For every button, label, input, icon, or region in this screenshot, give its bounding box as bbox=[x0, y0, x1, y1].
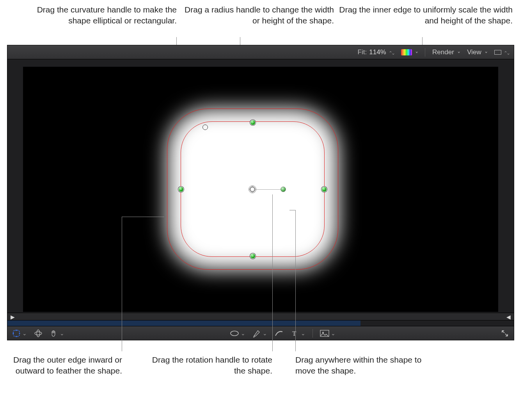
toolbar-divider bbox=[312, 329, 313, 338]
lead-rotation-v bbox=[272, 194, 273, 351]
curvature-handle[interactable] bbox=[202, 125, 208, 130]
chevron-down-icon bbox=[261, 330, 267, 337]
radius-handle-left[interactable] bbox=[178, 187, 184, 192]
chevron-down-icon bbox=[239, 330, 245, 337]
callout-move: Drag anywhere within the shape to move t… bbox=[295, 354, 422, 376]
chevron-down-icon bbox=[58, 330, 64, 337]
lead-move-v bbox=[295, 210, 296, 351]
pan-tool[interactable] bbox=[50, 329, 64, 338]
stepper-icon bbox=[389, 48, 394, 56]
playhead-in-marker[interactable]: ▶ bbox=[11, 314, 15, 320]
center-handle[interactable] bbox=[249, 185, 256, 193]
callout-radius: Drag a radius handle to change the width… bbox=[184, 4, 334, 26]
svg-point-3 bbox=[16, 329, 17, 331]
render-dropdown[interactable]: Render bbox=[432, 48, 460, 56]
fit-label: Fit: bbox=[358, 48, 367, 56]
view-label: View bbox=[467, 48, 481, 56]
svg-point-2 bbox=[19, 333, 20, 334]
svg-point-6 bbox=[37, 330, 40, 337]
chevron-down-icon bbox=[299, 330, 305, 337]
radius-handle-top[interactable] bbox=[250, 120, 256, 125]
rotation-handle[interactable] bbox=[281, 187, 286, 192]
timeline-range[interactable] bbox=[7, 320, 360, 326]
svg-point-4 bbox=[16, 336, 17, 337]
color-spectrum-icon bbox=[401, 49, 412, 55]
svg-point-7 bbox=[231, 331, 238, 336]
radius-handle-bottom[interactable] bbox=[250, 253, 256, 259]
layout-dropdown[interactable] bbox=[494, 48, 509, 56]
bottom-toolbar: T bbox=[7, 326, 514, 340]
paint-stroke-tool[interactable] bbox=[274, 329, 284, 337]
app-window: Fit: 114% Render View bbox=[7, 45, 514, 340]
callout-rotation: Drag the rotation handle to rotate the s… bbox=[150, 354, 272, 376]
rectangle-icon bbox=[494, 50, 501, 55]
svg-point-5 bbox=[35, 332, 42, 335]
rotation-line bbox=[256, 189, 281, 190]
3d-transform-tool[interactable] bbox=[34, 329, 43, 338]
stepper-icon bbox=[504, 48, 509, 56]
chevron-down-icon bbox=[484, 48, 487, 56]
pen-tool[interactable] bbox=[252, 329, 267, 338]
view-dropdown[interactable]: View bbox=[467, 48, 487, 56]
mask-tool[interactable] bbox=[320, 330, 336, 337]
ellipse-mask-tool[interactable] bbox=[230, 330, 245, 337]
toolbar-divider bbox=[425, 48, 425, 57]
chevron-down-icon bbox=[21, 330, 27, 337]
radius-handle-right[interactable] bbox=[321, 187, 327, 192]
chevron-down-icon bbox=[329, 330, 336, 337]
top-toolbar: Fit: 114% Render View bbox=[7, 45, 514, 59]
lead-outer-v bbox=[122, 217, 122, 351]
timeline-ruler[interactable]: ▶ ◀ bbox=[7, 313, 514, 320]
fullscreen-toggle[interactable] bbox=[501, 329, 509, 338]
text-tool[interactable]: T bbox=[291, 329, 305, 338]
color-channels-dropdown[interactable] bbox=[401, 48, 418, 56]
canvas[interactable] bbox=[23, 67, 498, 312]
svg-point-1 bbox=[13, 333, 14, 334]
shape-tool[interactable] bbox=[12, 329, 27, 338]
fit-value: 114% bbox=[369, 48, 386, 56]
callout-outer-edge: Drag the outer edge inward or outward to… bbox=[2, 354, 122, 376]
chevron-down-icon bbox=[456, 48, 460, 56]
callout-curvature: Drag the curvature handle to make the sh… bbox=[23, 4, 177, 26]
lead-outer-h bbox=[122, 217, 164, 217]
chevron-down-icon bbox=[414, 48, 418, 56]
callout-inner-edge: Drag the inner edge to uniformly scale t… bbox=[336, 4, 513, 26]
playhead-out-marker[interactable]: ◀ bbox=[506, 314, 511, 320]
lead-move-h bbox=[289, 210, 295, 210]
fit-zoom-control[interactable]: Fit: 114% bbox=[358, 48, 394, 56]
render-label: Render bbox=[432, 48, 454, 56]
svg-rect-0 bbox=[13, 330, 20, 336]
